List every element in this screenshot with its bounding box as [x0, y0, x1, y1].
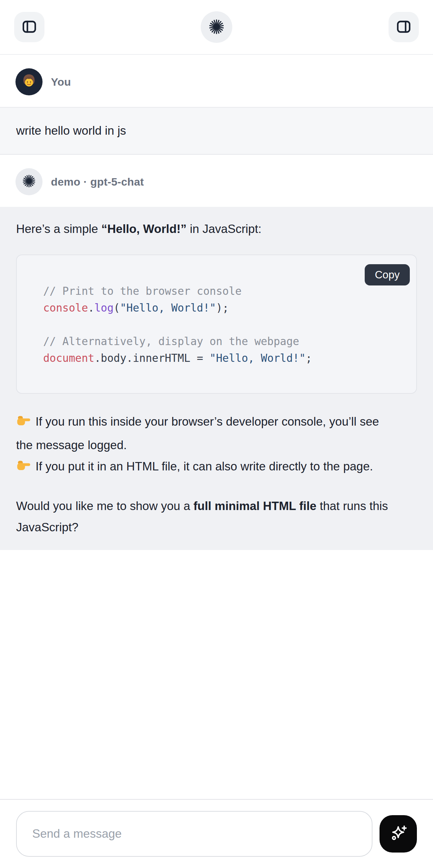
- pointing-right-emoji-icon: [16, 413, 31, 435]
- sparkle-icon: [388, 823, 409, 845]
- code-line: // Print to the browser console: [43, 283, 403, 300]
- bullet-item: If you run this inside your browser’s de…: [16, 411, 392, 456]
- pointing-right-emoji-icon: [16, 458, 31, 479]
- bullet-text: If you put it in an HTML file, it can al…: [32, 460, 373, 473]
- code-token: log: [94, 302, 114, 314]
- code-line: document.body.innerHTML = "Hello, World!…: [43, 350, 403, 367]
- code-token: "Hello, World!": [210, 352, 306, 364]
- top-bar: [0, 0, 433, 55]
- code-token: // Alternatively, display on the webpage: [43, 335, 299, 348]
- assistant-sender-row: demo · gpt-5-chat: [0, 155, 433, 207]
- assistant-avatar: [16, 168, 42, 195]
- code-token: );: [216, 302, 229, 314]
- bullet-item: If you put it in an HTML file, it can al…: [16, 456, 392, 479]
- code-line: // Alternatively, display on the webpage: [43, 333, 403, 350]
- code-line: console.log("Hello, World!");: [43, 300, 403, 316]
- chat-app: You write hello world in js: [0, 0, 433, 868]
- right-panel-toggle-button[interactable]: [389, 12, 419, 42]
- closing-text: Would you like me to show you a: [16, 499, 193, 513]
- code-token: (: [114, 302, 120, 314]
- user-message: write hello world in js: [0, 107, 433, 155]
- intro-text-end: in JavaScript:: [187, 222, 261, 236]
- composer-bar: [0, 799, 433, 868]
- intro-bold-text: “Hello, World!”: [101, 222, 187, 236]
- send-button[interactable]: [379, 815, 417, 852]
- assistant-intro-paragraph: Here’s a simple “Hello, World!” in JavaS…: [16, 218, 392, 240]
- code-token: document: [43, 352, 94, 364]
- intro-text: Here’s a simple: [16, 222, 101, 236]
- bullet-text: If you run this inside your browser’s de…: [16, 415, 379, 452]
- bullet-list: If you run this inside your browser’s de…: [16, 411, 417, 479]
- message-input[interactable]: [16, 811, 372, 857]
- chat-scroll-area[interactable]: You write hello world in js: [0, 55, 433, 799]
- panel-right-icon: [395, 19, 412, 36]
- user-message-text: write hello world in js: [16, 124, 126, 137]
- closing-bold-text: full minimal HTML file: [193, 499, 316, 513]
- panel-left-icon: [21, 19, 38, 36]
- code-token: .: [88, 302, 94, 314]
- code-token: // Print to the browser console: [43, 285, 242, 298]
- code-token: "Hello, World!": [120, 302, 216, 314]
- sidebar-toggle-button[interactable]: [14, 12, 44, 42]
- assistant-closing-paragraph: Would you like me to show you a full min…: [16, 496, 392, 538]
- starburst-icon: [22, 174, 36, 190]
- user-avatar: [16, 68, 42, 95]
- code-block: Copy // Print to the browser consolecons…: [16, 254, 417, 394]
- person-emoji-icon: [19, 71, 39, 92]
- user-sender-row: You: [0, 55, 433, 107]
- copy-button[interactable]: Copy: [365, 264, 410, 285]
- starburst-icon: [208, 18, 225, 36]
- assistant-message: Here’s a simple “Hello, World!” in JavaS…: [0, 207, 433, 550]
- assistant-sender-name: demo · gpt-5-chat: [51, 176, 144, 188]
- code-token: .body.innerHTML =: [94, 352, 210, 364]
- code-token: console: [43, 302, 88, 314]
- model-logo-button[interactable]: [201, 11, 232, 43]
- code-content: // Print to the browser consoleconsole.l…: [17, 255, 416, 393]
- code-token: ;: [306, 352, 312, 364]
- code-line: [43, 316, 403, 333]
- user-sender-name: You: [51, 76, 71, 88]
